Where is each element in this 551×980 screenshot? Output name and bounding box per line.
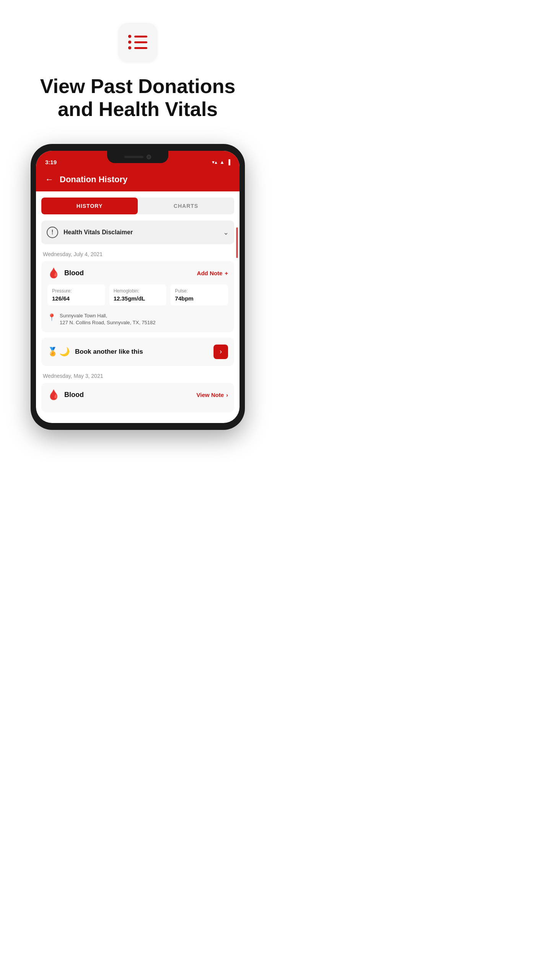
date-label-2: Wednesday, May 3, 2021 — [41, 373, 234, 379]
vitals-row: Pressure: 126/64 Hemoglobin: 12.35gm/dL … — [47, 284, 228, 305]
chevron-down-icon[interactable]: ⌄ — [223, 228, 229, 237]
hemoglobin-value: 12.35gm/dL — [114, 295, 162, 302]
app-header: ← Donation History — [36, 169, 240, 191]
wifi-icon: ▾▴ — [212, 159, 217, 165]
donation-card-header-1: 🩸 Blood Add Note + — [47, 267, 228, 279]
list-dot-2 — [128, 41, 131, 44]
list-icon — [128, 35, 147, 49]
main-heading: View Past Donations and Health Vitals — [25, 75, 251, 121]
book-arrow-button[interactable]: › — [214, 345, 228, 359]
list-icon-container — [119, 23, 157, 61]
location-text: Sunnyvale Town Hall, 127 N. Collins Road… — [60, 312, 156, 326]
status-time: 3:19 — [45, 159, 57, 165]
chevron-right-icon: › — [220, 348, 222, 356]
list-dot-3 — [128, 46, 131, 49]
book-label: Book another like this — [75, 348, 208, 356]
list-line-1 — [134, 36, 147, 38]
content-area: ! Health Vitals Disclaimer ⌄ Wednesday, … — [36, 220, 240, 423]
disclaimer-text: Health Vitals Disclaimer — [64, 229, 218, 236]
list-icon-row-3 — [128, 46, 147, 49]
location-pin-icon: 📍 — [47, 313, 56, 322]
scrollbar-indicator — [236, 227, 238, 258]
notch-speaker — [124, 156, 143, 158]
hemoglobin-label: Hemoglobin: — [114, 288, 162, 294]
screen-title: Donation History — [60, 175, 127, 185]
pressure-value: 126/64 — [52, 295, 101, 302]
status-bar: 3:19 ▾▴ ▲ ▐ — [36, 151, 240, 169]
donation-type-wrap-2: 🩸 Blood — [47, 389, 84, 401]
blood-drop-icon: 🩸 — [47, 267, 60, 279]
donation-card-header-2: 🩸 Blood View Note › — [47, 389, 228, 401]
tab-bar: HISTORY CHARTS — [41, 198, 234, 214]
view-note-button[interactable]: View Note › — [197, 392, 228, 398]
blood-drop-icon-2: 🩸 — [47, 389, 60, 401]
donation-card-1: 🩸 Blood Add Note + Pressure: 126/64 — [41, 261, 234, 332]
add-note-button[interactable]: Add Note + — [197, 270, 228, 276]
pressure-label: Pressure: — [52, 288, 101, 294]
disclaimer-row[interactable]: ! Health Vitals Disclaimer ⌄ — [41, 220, 234, 244]
battery-icon: ▐ — [227, 159, 230, 165]
location-row: 📍 Sunnyvale Town Hall, 127 N. Collins Ro… — [47, 311, 228, 326]
status-icons: ▾▴ ▲ ▐ — [212, 159, 230, 165]
notch-camera — [147, 155, 151, 159]
vital-hemoglobin: Hemoglobin: 12.35gm/dL — [109, 284, 167, 305]
donation-type-wrap: 🩸 Blood — [47, 267, 84, 279]
pulse-value: 74bpm — [175, 295, 223, 302]
vital-pressure: Pressure: 126/64 — [47, 284, 105, 305]
list-icon-row-2 — [128, 41, 147, 44]
list-icon-row-1 — [128, 35, 147, 38]
list-line-3 — [134, 47, 147, 49]
list-dot-1 — [128, 35, 131, 38]
vital-pulse: Pulse: 74bpm — [170, 284, 228, 305]
phone-screen: 3:19 ▾▴ ▲ ▐ ← Donation History HISTORY — [36, 151, 240, 423]
donation-type-label-2: Blood — [64, 391, 84, 399]
signal-icon: ▲ — [220, 159, 225, 165]
donation-card-2: 🩸 Blood View Note › — [41, 383, 234, 412]
book-icons: 🏅 🌙 — [47, 347, 70, 357]
pulse-label: Pulse: — [175, 288, 223, 294]
back-button[interactable]: ← — [45, 175, 54, 185]
date-label-1: Wednesday, July 4, 2021 — [41, 251, 234, 257]
list-line-2 — [134, 41, 147, 43]
tab-charts[interactable]: CHARTS — [138, 198, 234, 214]
medal-icon: 🏅 — [47, 347, 58, 357]
donation-type-label: Blood — [64, 269, 84, 277]
notch — [107, 151, 168, 163]
disclaimer-icon: ! — [47, 227, 58, 238]
moon-icon: 🌙 — [59, 347, 70, 357]
phone-mockup: 3:19 ▾▴ ▲ ▐ ← Donation History HISTORY — [31, 144, 245, 430]
tab-history[interactable]: HISTORY — [41, 198, 138, 214]
phone-outer: 3:19 ▾▴ ▲ ▐ ← Donation History HISTORY — [31, 144, 245, 430]
book-another-card[interactable]: 🏅 🌙 Book another like this › — [41, 338, 234, 366]
